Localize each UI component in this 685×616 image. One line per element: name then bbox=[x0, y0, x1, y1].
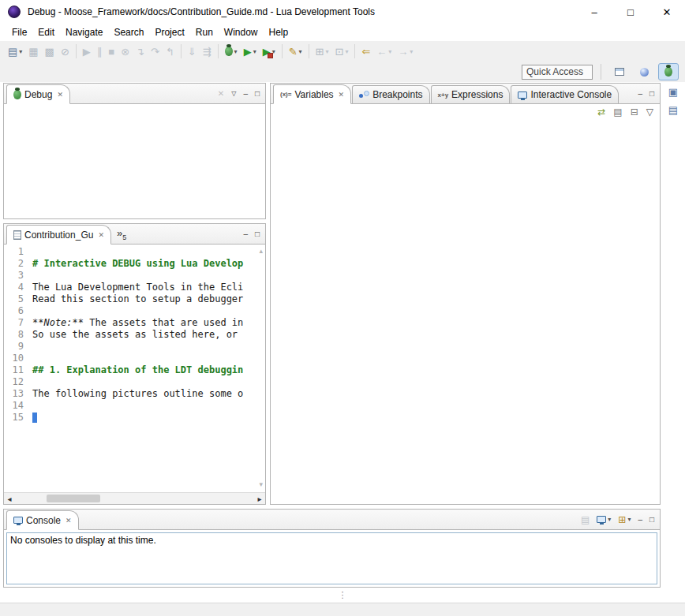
editor-line[interactable]: 5Read this section to setup a debugger bbox=[4, 293, 254, 305]
editor-line[interactable]: 1 bbox=[4, 246, 254, 258]
menu-window[interactable]: Window bbox=[219, 24, 264, 40]
minimize-view-icon[interactable]: – bbox=[243, 90, 248, 98]
scroll-left-icon[interactable]: ◂ bbox=[4, 495, 15, 503]
minimized-view-button[interactable]: ▤ bbox=[668, 105, 678, 115]
menu-run[interactable]: Run bbox=[190, 24, 219, 40]
tab-expressions[interactable]: x+yExpressions bbox=[431, 85, 511, 103]
close-tab-icon[interactable]: ✕ bbox=[98, 231, 104, 239]
open-console-dropdown-icon[interactable]: ▾ bbox=[627, 516, 631, 523]
collapse-all-button[interactable]: ⊟ bbox=[631, 107, 638, 117]
display-console-dropdown-icon[interactable]: ▾ bbox=[608, 516, 611, 523]
editor-line[interactable]: 6 bbox=[4, 305, 254, 317]
run-button[interactable]: ▶▾ bbox=[241, 43, 259, 60]
terminate-button: ■ bbox=[106, 43, 117, 60]
run-dropdown-icon[interactable]: ▾ bbox=[253, 48, 256, 55]
view-menu-button[interactable]: ▽ bbox=[646, 107, 653, 117]
lua-perspective-button[interactable] bbox=[634, 63, 654, 80]
editor-text-area[interactable]: 12# Interactive DEBUG using Lua Develop3… bbox=[4, 246, 254, 491]
scrollbar-thumb[interactable] bbox=[47, 495, 100, 502]
tab-console[interactable]: Console ✕ bbox=[6, 510, 79, 530]
scroll-up-icon[interactable]: ▴ bbox=[259, 247, 263, 255]
close-tab-icon[interactable]: ✕ bbox=[66, 517, 72, 525]
line-number: 8 bbox=[4, 329, 29, 341]
tab-contribution-guide[interactable]: Contribution_Gu ✕ bbox=[6, 225, 111, 245]
console-actions: ▤▾⊞▾ – □ bbox=[581, 515, 660, 525]
show-logical-structures-button[interactable]: ⇄ bbox=[597, 107, 605, 117]
debug-perspective-button[interactable] bbox=[658, 63, 679, 80]
interactive-console-icon bbox=[518, 91, 527, 99]
line-number: 13 bbox=[4, 388, 29, 400]
toolbar-separator bbox=[282, 44, 283, 58]
menu-file[interactable]: File bbox=[6, 24, 32, 40]
editor-line[interactable]: 4The Lua Development Tools in the Ecli bbox=[4, 282, 254, 293]
maximize-view-icon[interactable]: □ bbox=[255, 90, 260, 98]
window-title: Debug - Moose_Framework/docs/Contributio… bbox=[28, 6, 375, 17]
editor-line[interactable]: 14 bbox=[4, 400, 254, 412]
editor-line[interactable]: 9 bbox=[4, 341, 254, 353]
quick-access-label: Quick Access bbox=[526, 66, 583, 77]
menu-help[interactable]: Help bbox=[264, 24, 294, 40]
close-button[interactable]: ✕ bbox=[649, 0, 685, 24]
menu-project[interactable]: Project bbox=[149, 24, 189, 40]
editor-line[interactable]: 13The following pictures outline some o bbox=[4, 388, 254, 400]
debug-button[interactable]: ▾ bbox=[223, 43, 240, 60]
disconnect-button: ⊗ bbox=[118, 43, 132, 60]
line-number: 2 bbox=[4, 258, 29, 270]
editor-line[interactable]: 7**Note:** The assets that are used in bbox=[4, 317, 254, 329]
step-over-icon: ↷ bbox=[151, 47, 159, 57]
open-search-icon: ⊡ bbox=[335, 47, 344, 57]
editor-line[interactable]: 8So use the assets as listed here, or bbox=[4, 329, 254, 341]
menu-search[interactable]: Search bbox=[108, 24, 149, 40]
highlight-dropdown-icon[interactable]: ▾ bbox=[299, 48, 302, 55]
quick-access-box[interactable]: Quick Access bbox=[522, 65, 593, 80]
open-wizard-dropdown-icon[interactable]: ▾ bbox=[325, 48, 328, 55]
code-text: So use the assets as listed here, or bbox=[32, 329, 243, 341]
new-button[interactable]: ▤▾ bbox=[6, 43, 24, 60]
view-menu-icon[interactable]: ▽ bbox=[231, 91, 236, 97]
minimize-view-icon[interactable]: – bbox=[638, 90, 642, 98]
editor-overflow-chevron[interactable]: »5 bbox=[117, 227, 126, 241]
toolbar-separator bbox=[601, 64, 601, 80]
tab-debug[interactable]: Debug ✕ bbox=[6, 84, 70, 104]
restore-views-button[interactable]: ▣ bbox=[668, 87, 678, 97]
maximize-view-icon[interactable]: □ bbox=[649, 90, 654, 98]
maximize-button[interactable]: □ bbox=[612, 0, 649, 24]
menu-navigate[interactable]: Navigate bbox=[60, 24, 108, 40]
close-tab-icon[interactable]: ✕ bbox=[57, 91, 63, 99]
editor-line[interactable]: 11## 1. Explanation of the LDT debuggin bbox=[4, 364, 254, 376]
maximize-view-icon[interactable]: □ bbox=[649, 516, 654, 524]
new-dropdown-icon[interactable]: ▾ bbox=[19, 48, 22, 55]
editor-line[interactable]: 10 bbox=[4, 353, 254, 364]
external-tools-icon: ▶ bbox=[263, 47, 271, 57]
open-search-dropdown-icon[interactable]: ▾ bbox=[345, 48, 348, 55]
open-perspective-button[interactable] bbox=[609, 63, 630, 80]
menu-edit[interactable]: Edit bbox=[32, 24, 60, 40]
tab-breakpoints[interactable]: Breakpoints bbox=[352, 85, 429, 103]
line-number: 1 bbox=[4, 246, 29, 258]
tab-interactive-console[interactable]: Interactive Console bbox=[511, 85, 619, 103]
last-edit-location-button[interactable]: ⇐ bbox=[359, 43, 372, 60]
minimize-button[interactable]: – bbox=[576, 0, 612, 24]
open-console-button[interactable]: ⊞▾ bbox=[618, 515, 631, 525]
debug-dropdown-icon[interactable]: ▾ bbox=[234, 48, 238, 55]
highlight-button[interactable]: ✎▾ bbox=[286, 43, 305, 60]
show-details-pane-button[interactable]: ▤ bbox=[613, 107, 622, 117]
sash-handle[interactable]: ⋮ bbox=[339, 591, 347, 599]
back-dropdown-icon[interactable]: ▾ bbox=[388, 48, 391, 55]
minimize-view-icon[interactable]: – bbox=[243, 230, 248, 238]
scrollbar-track[interactable] bbox=[15, 493, 254, 504]
maximize-view-icon[interactable]: □ bbox=[255, 230, 260, 238]
editor-line[interactable]: 15 bbox=[4, 412, 254, 424]
external-tools-button[interactable]: ▶▾ bbox=[260, 43, 278, 60]
minimize-view-icon[interactable]: – bbox=[638, 516, 642, 524]
editor-line[interactable]: 12 bbox=[4, 376, 254, 388]
close-tab-icon[interactable]: ✕ bbox=[339, 91, 345, 99]
forward-dropdown-icon[interactable]: ▾ bbox=[410, 48, 413, 55]
scroll-right-icon[interactable]: ▸ bbox=[254, 495, 265, 503]
editor-line[interactable]: 2# Interactive DEBUG using Lua Develop bbox=[4, 258, 254, 270]
display-console-button[interactable]: ▾ bbox=[597, 516, 611, 523]
horizontal-scrollbar[interactable]: ◂ ▸ bbox=[4, 492, 265, 504]
scroll-down-icon[interactable]: ▾ bbox=[259, 480, 263, 488]
editor-line[interactable]: 3 bbox=[4, 270, 254, 282]
tab-variables[interactable]: (x)=Variables✕ bbox=[273, 84, 351, 104]
